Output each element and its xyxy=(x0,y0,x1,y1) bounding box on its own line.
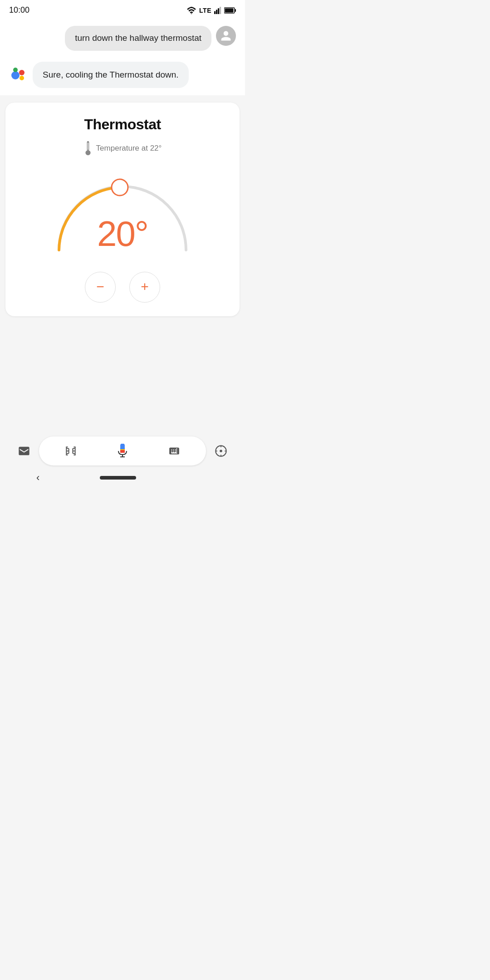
wifi-icon xyxy=(186,7,196,14)
camera-scan-button[interactable] xyxy=(61,441,80,461)
person-icon xyxy=(220,30,232,42)
keyboard-button[interactable] xyxy=(165,441,184,461)
svg-point-13 xyxy=(85,150,90,155)
svg-rect-7 xyxy=(225,8,234,12)
assistant-bubble: Sure, cooling the Thermostat down. xyxy=(33,62,189,88)
gauge-wrapper: 20° xyxy=(45,164,200,259)
assistant-row: Sure, cooling the Thermostat down. xyxy=(9,62,236,88)
signal-icon xyxy=(214,7,221,14)
assistant-inbox-button[interactable] xyxy=(13,440,35,462)
user-message-row: turn down the hallway thermostat xyxy=(9,26,236,51)
keyboard-icon xyxy=(168,445,180,457)
google-assistant-dots xyxy=(9,63,30,83)
status-bar: 10:00 LTE xyxy=(0,0,245,19)
svg-rect-19 xyxy=(73,451,75,453)
thermometer-icon xyxy=(83,141,93,156)
inbox-icon xyxy=(18,445,30,457)
back-button[interactable]: ‹ xyxy=(36,472,39,484)
thermostat-title: Thermostat xyxy=(84,116,161,133)
compass-button[interactable] xyxy=(210,440,232,462)
svg-rect-6 xyxy=(235,9,236,12)
svg-rect-4 xyxy=(220,7,221,14)
svg-point-11 xyxy=(13,68,18,72)
svg-rect-3 xyxy=(218,8,219,14)
svg-point-15 xyxy=(112,179,128,196)
assistant-bar xyxy=(0,436,245,470)
battery-icon xyxy=(224,7,236,14)
increase-icon: + xyxy=(141,280,149,294)
bottom-area: ‹ xyxy=(0,432,245,490)
svg-rect-2 xyxy=(216,10,217,14)
increase-button[interactable]: + xyxy=(129,272,160,303)
temp-label-text: Temperature at 22° xyxy=(96,144,162,153)
thermostat-card: Thermostat Temperature at 22° 20° − + xyxy=(5,103,240,316)
svg-rect-28 xyxy=(120,450,125,453)
status-icons: LTE xyxy=(186,7,236,14)
svg-point-9 xyxy=(19,70,24,75)
mic-icon xyxy=(115,444,130,458)
nav-bar: ‹ xyxy=(0,470,245,490)
svg-rect-14 xyxy=(87,142,88,150)
temp-display: 20° xyxy=(97,213,148,255)
svg-point-10 xyxy=(20,76,24,80)
input-pill xyxy=(39,436,206,466)
svg-point-0 xyxy=(191,13,192,14)
svg-rect-18 xyxy=(67,451,69,453)
decrease-button[interactable]: − xyxy=(85,272,116,303)
temp-label-row: Temperature at 22° xyxy=(83,141,162,156)
controls-row: − + xyxy=(85,272,160,303)
user-bubble: turn down the hallway thermostat xyxy=(65,26,211,51)
user-avatar xyxy=(216,26,236,46)
home-pill[interactable] xyxy=(100,476,136,480)
lte-label: LTE xyxy=(199,7,211,14)
mic-button[interactable] xyxy=(113,441,132,461)
decrease-icon: − xyxy=(96,280,104,294)
svg-rect-1 xyxy=(214,11,216,14)
status-time: 10:00 xyxy=(9,5,29,15)
svg-point-32 xyxy=(220,450,222,452)
svg-point-8 xyxy=(11,71,20,79)
chat-area: turn down the hallway thermostat Sure, c… xyxy=(0,19,245,95)
camera-scan-icon xyxy=(65,445,77,457)
compass-icon xyxy=(215,445,227,457)
